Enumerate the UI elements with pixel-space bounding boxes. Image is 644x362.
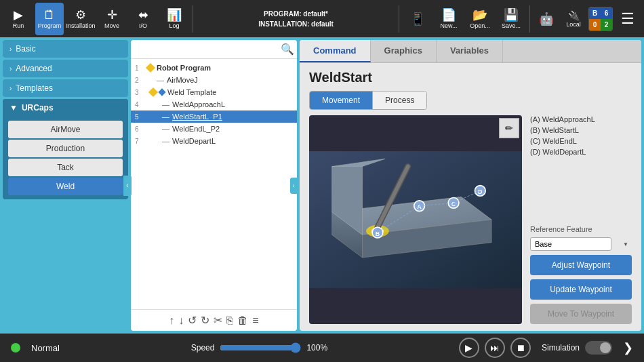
run-button[interactable]: ▶ Run xyxy=(4,3,33,35)
section-title: WeldStart xyxy=(309,70,632,85)
io-label: I/O xyxy=(139,22,147,29)
program-info-label: PROGRAM: xyxy=(264,10,302,18)
tree-label: WeldStartL_P1 xyxy=(172,113,222,121)
tree-row[interactable]: 4 — WeldApproachL xyxy=(131,98,297,110)
basic-label: Basic xyxy=(16,44,35,54)
line-number: 4 xyxy=(135,101,147,108)
tree-row-selected[interactable]: 5 — WeldStartL_P1 xyxy=(131,110,297,123)
right-content: WeldStart Movement Process xyxy=(300,63,641,331)
tree-label: AirMoveJ xyxy=(167,76,198,84)
tree-label: WeldApproachL xyxy=(172,100,225,108)
badge-b-num: 6 xyxy=(601,7,612,19)
play-button[interactable]: ▶ xyxy=(459,338,479,358)
menu-button[interactable]: ≡ xyxy=(252,315,258,327)
hamburger-button[interactable]: ☰ xyxy=(616,10,640,28)
diagram-area: A B C D xyxy=(309,115,522,324)
new-button[interactable]: 📄 New... xyxy=(435,3,463,35)
installation-button[interactable]: ⚙ Installation xyxy=(66,3,95,35)
tab-variables[interactable]: Variables xyxy=(437,40,503,62)
tree-row[interactable]: 7 — WeldDepartL xyxy=(131,135,297,147)
adjust-waypoint-button[interactable]: Adjust Waypoint xyxy=(530,255,632,275)
tree-row[interactable]: 1 Robot Program xyxy=(131,62,297,74)
expand-right-panel-button[interactable]: › xyxy=(290,178,297,194)
tree-label: Weld Template xyxy=(167,88,216,96)
playback-section: ▶ ⏭ ⏹ xyxy=(459,338,531,358)
sub-tab-movement[interactable]: Movement xyxy=(310,92,373,109)
skip-button[interactable]: ⏭ xyxy=(485,338,505,358)
run-label: Run xyxy=(13,22,24,29)
save-label: Save... xyxy=(502,22,521,29)
tab-command[interactable]: Command xyxy=(300,40,371,62)
search-button[interactable]: 🔍 xyxy=(281,43,294,56)
sub-tab-bar: Movement Process xyxy=(309,91,427,110)
templates-label: Templates xyxy=(16,83,53,93)
legend-item-c: (C) WeldEndL xyxy=(530,137,632,145)
speed-slider[interactable] xyxy=(220,342,301,353)
local-button[interactable]: 🔌 Local xyxy=(561,3,586,35)
move-down-button[interactable]: ↓ xyxy=(178,315,184,327)
move-button[interactable]: ✛ Move xyxy=(98,3,126,35)
program-info-value: default* xyxy=(303,10,328,18)
tab-graphics[interactable]: Graphics xyxy=(371,40,437,62)
update-waypoint-button[interactable]: Update Waypoint xyxy=(530,279,632,300)
log-label: Log xyxy=(169,22,179,29)
urcaps-item-weld[interactable]: Weld xyxy=(8,178,123,195)
collapse-left-panel-button[interactable]: ‹ xyxy=(123,176,132,196)
svg-text:B: B xyxy=(376,230,380,237)
sub-tab-process[interactable]: Process xyxy=(373,92,426,109)
legend-item-d: (D) WeldDepartL xyxy=(530,148,632,156)
pen-tool-button[interactable]: ✏ xyxy=(499,118,519,138)
save-button[interactable]: 💾 Save... xyxy=(497,3,525,35)
tree-actions: ↑ ↓ ↺ ↻ ✂ ⎘ 🗑 ≡ xyxy=(131,309,297,331)
speed-label: Speed xyxy=(191,343,215,353)
tree-row[interactable]: 3 Weld Template xyxy=(131,86,297,98)
ur-logo-icon: 🤖 xyxy=(539,12,554,26)
io-button[interactable]: ⬌ I/O xyxy=(129,3,157,35)
sidebar-item-basic[interactable]: › Basic xyxy=(3,40,128,58)
tree-label: WeldEndL_P2 xyxy=(172,125,220,133)
legend-item-a: (A) WeldApproachL xyxy=(530,115,632,123)
copy-button[interactable]: ⎘ xyxy=(226,315,233,327)
dash-icon: — xyxy=(162,113,169,121)
yellow-diamond-icon xyxy=(146,63,155,73)
tablet-button[interactable]: 📱 xyxy=(403,3,432,35)
tree-row[interactable]: 6 — WeldEndL_P2 xyxy=(131,123,297,135)
program-button[interactable]: 🗒 Program xyxy=(35,3,64,35)
right-side: (A) WeldApproachL (B) WeldStartL (C) Wel… xyxy=(530,115,632,324)
run-icon: ▶ xyxy=(14,9,23,21)
undo-button[interactable]: ↺ xyxy=(188,314,197,327)
stop-button[interactable]: ⏹ xyxy=(510,338,531,358)
urcaps-item-tack[interactable]: Tack xyxy=(8,159,123,176)
ur-logo-button[interactable]: 🤖 xyxy=(534,3,559,35)
blue-diamond-icon xyxy=(158,88,165,96)
cut-button[interactable]: ✂ xyxy=(214,314,222,327)
tree-row[interactable]: 2 — AirMoveJ xyxy=(131,74,297,86)
ref-feature-select-wrap: Base xyxy=(530,237,632,251)
speed-section: Speed 100% xyxy=(71,342,448,353)
urcaps-item-airmove[interactable]: AirMove xyxy=(8,121,123,138)
line-number: 2 xyxy=(135,77,147,84)
log-icon: 📊 xyxy=(167,9,182,21)
urcaps-header[interactable]: ▼ URCaps xyxy=(3,99,128,117)
ref-feature-row: Reference Feature xyxy=(530,225,632,233)
urcaps-item-production[interactable]: Production xyxy=(8,140,123,157)
installation-label: Installation xyxy=(66,22,95,29)
sidebar-item-advanced[interactable]: › Advanced xyxy=(3,60,128,77)
tree-header: 🔍 xyxy=(131,40,297,59)
open-button[interactable]: 📂 Open... xyxy=(466,3,494,35)
program-info: PROGRAM: default* INSTALLATION: default xyxy=(197,9,395,29)
save-icon: 💾 xyxy=(504,9,519,21)
ref-feature-select[interactable]: Base xyxy=(530,237,611,251)
move-up-button[interactable]: ↑ xyxy=(169,315,174,327)
right-toolbar: 📱 📄 New... 📂 Open... 💾 Save... 🤖 🔌 Local… xyxy=(403,3,640,35)
log-button[interactable]: 📊 Log xyxy=(160,3,188,35)
sidebar-item-templates[interactable]: › Templates xyxy=(3,79,128,97)
program-icon: 🗒 xyxy=(43,9,56,21)
redo-button[interactable]: ↻ xyxy=(201,314,209,327)
dash-icon: — xyxy=(162,137,169,145)
yellow-diamond-icon xyxy=(148,87,158,97)
move-to-waypoint-button[interactable]: Move To Waypoint xyxy=(530,304,632,324)
chevron-down-button[interactable]: ❯ xyxy=(623,340,633,355)
delete-button[interactable]: 🗑 xyxy=(237,315,248,327)
simulation-toggle[interactable] xyxy=(585,341,612,355)
